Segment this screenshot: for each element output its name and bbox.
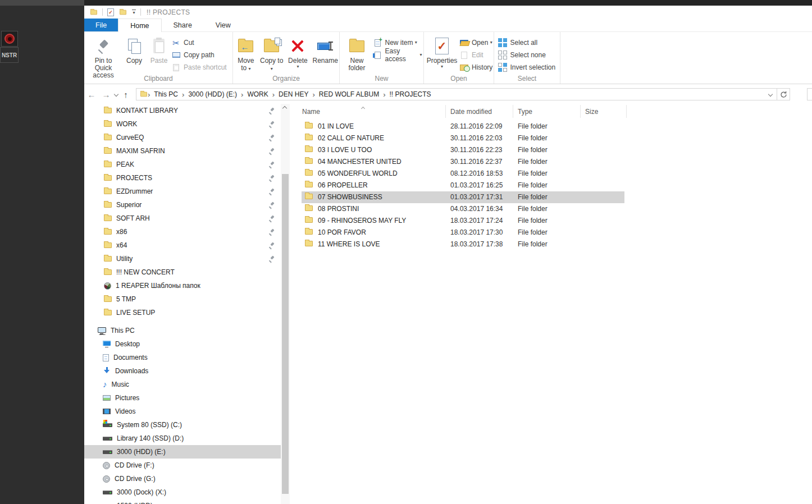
sidebar-item-x86[interactable]: x86 xyxy=(84,225,281,239)
sidebar-item-this-pc[interactable]: This PC xyxy=(84,324,281,337)
file-row-10[interactable]: 10 POR FAVOR 18.03.2017 17:30 File folde… xyxy=(302,227,624,239)
file-row-05[interactable]: 05 WONDERFUL WORLD 08.12.2016 18:53 File… xyxy=(302,168,624,180)
column-header-date-modified[interactable]: Date modified xyxy=(450,108,492,116)
sidebar-item-cd-drive-f[interactable]: CD Drive (F:) xyxy=(84,459,281,472)
ribbon-group-new: New folder New item ▾ Easy access ▾ New xyxy=(340,32,424,84)
cd-drive-icon xyxy=(103,475,110,483)
scrollbar-up-icon[interactable] xyxy=(282,106,287,111)
delete-button[interactable]: Delete ▾ xyxy=(285,35,312,71)
column-divider[interactable] xyxy=(513,105,513,118)
recent-locations-icon[interactable] xyxy=(114,92,118,97)
breadcrumb-red-wolf-album[interactable]: RED WOLF ALBUM xyxy=(315,90,383,98)
file-row-02[interactable]: 02 CALL OF NATURE 30.11.2016 22:03 File … xyxy=(302,132,624,144)
open-button[interactable]: Open ▾ xyxy=(459,36,493,49)
folder-icon xyxy=(104,296,112,302)
tab-share[interactable]: Share xyxy=(162,19,204,31)
file-row-11[interactable]: 11 WHERE IS LOVE 18.03.2017 17:38 File f… xyxy=(302,239,624,250)
sidebar-item-pictures[interactable]: Pictures xyxy=(84,391,281,405)
file-row-08[interactable]: 08 PROSTINI 04.03.2017 16:34 File folder xyxy=(302,203,624,215)
pin-to-quick-access-button[interactable]: Pin to Quick access xyxy=(85,35,122,81)
breadcrumb-projects[interactable]: !! PROJECTS xyxy=(385,90,435,98)
tab-home[interactable]: Home xyxy=(118,19,161,32)
qat-new-folder-icon[interactable] xyxy=(120,10,126,15)
column-header-name[interactable]: Name xyxy=(302,108,320,116)
file-row-09[interactable]: 09 - RHINOSEROS MAY FLY 18.03.2017 17:24… xyxy=(302,215,624,227)
sidebar-item-superior[interactable]: Superior xyxy=(84,198,281,212)
copy-path-button[interactable]: Copy path xyxy=(171,49,232,61)
sidebar-item-projects[interactable]: PROJECTS xyxy=(84,171,281,185)
edit-button[interactable]: Edit xyxy=(459,49,493,61)
sidebar-item-x64[interactable]: x64 xyxy=(84,239,281,252)
sidebar-item-reaper-templates[interactable]: 1 REAPER Шаблоны папок xyxy=(84,279,281,292)
address-bar[interactable]: › This PC › 3000 (HDD) (E:) › WORK › DEN… xyxy=(136,88,777,100)
easy-access-button[interactable]: Easy access ▾ xyxy=(373,49,422,61)
paste-shortcut-button[interactable]: Paste shortcut xyxy=(171,61,232,74)
main-area: KONTAKT LIBRARY WORK CurveEQ MAXIM SAFRI… xyxy=(84,104,812,504)
cut-button[interactable]: ✂ Cut xyxy=(171,36,232,49)
rename-button[interactable]: Rename xyxy=(311,35,339,66)
file-explorer-window: ✓ ▾ !! PROJECTS File Home Share View Pin… xyxy=(84,6,812,504)
address-dropdown-icon[interactable] xyxy=(768,92,773,97)
sidebar-item-documents[interactable]: Documents xyxy=(84,351,281,364)
history-button[interactable]: History xyxy=(459,61,493,74)
copy-button[interactable]: Copy xyxy=(122,35,147,66)
sidebar-item-maxim-safrin[interactable]: MAXIM SAFRIN xyxy=(84,144,281,158)
select-all-button[interactable]: Select all xyxy=(498,36,559,49)
column-divider[interactable] xyxy=(626,105,627,118)
picture-icon xyxy=(103,395,111,401)
column-divider[interactable] xyxy=(580,105,581,118)
file-row-03[interactable]: 03 I LOVE U TOO 30.11.2016 22:23 File fo… xyxy=(302,144,624,156)
sidebar-item-desktop[interactable]: Desktop xyxy=(84,337,281,351)
sidebar-item-work[interactable]: WORK xyxy=(84,117,281,131)
up-button[interactable]: ↑ xyxy=(119,90,133,99)
file-row-01[interactable]: 01 IN LOVE 28.11.2016 22:09 File folder xyxy=(302,121,624,132)
select-none-button[interactable]: Select none xyxy=(498,49,559,61)
properties-button[interactable]: ✓ Properties ▾ xyxy=(425,35,459,71)
sidebar-item-utility[interactable]: Utility xyxy=(84,252,281,265)
tab-view[interactable]: View xyxy=(204,19,243,31)
file-row-04[interactable]: 04 MANCHESTER UNITED 30.11.2016 22:37 Fi… xyxy=(302,156,624,168)
sidebar-item-5-tmp[interactable]: 5 TMP xyxy=(84,292,281,306)
paste-button[interactable]: Paste xyxy=(147,35,171,66)
record-button[interactable] xyxy=(1,31,18,47)
sidebar-item-peak[interactable]: PEAK xyxy=(84,158,281,171)
sidebar-scrollbar[interactable] xyxy=(281,104,290,504)
breadcrumb-den-hey[interactable]: DEN HEY xyxy=(275,90,312,98)
move-to-button[interactable]: ← Move to ▾ xyxy=(233,35,259,74)
breadcrumb-work[interactable]: WORK xyxy=(243,90,272,98)
sidebar-item-music[interactable]: ♪ Music xyxy=(84,378,281,391)
scrollbar-thumb[interactable] xyxy=(282,174,289,494)
search-input[interactable] xyxy=(807,88,812,100)
sidebar-item-downloads[interactable]: Downloads xyxy=(84,364,281,378)
back-button[interactable]: ← xyxy=(84,90,99,99)
qat-properties-icon[interactable]: ✓ xyxy=(107,8,114,16)
sidebar-item-drive-x[interactable]: 3000 (Dock) (X:) xyxy=(84,485,281,499)
sidebar-item-drive-e[interactable]: 3000 (HDD) (E:) xyxy=(84,445,281,459)
sidebar-item-soft-arh[interactable]: SOFT ARH xyxy=(84,212,281,225)
refresh-button[interactable] xyxy=(777,88,790,100)
sidebar-item-ezdrummer[interactable]: EZDrummer xyxy=(84,185,281,198)
sidebar-item-new-concert[interactable]: !!! NEW CONCERT xyxy=(84,265,281,279)
tab-file[interactable]: File xyxy=(84,19,118,31)
sidebar-item-drive-c[interactable]: System 80 (SSD) (C:) xyxy=(84,418,281,432)
copy-to-button[interactable]: Copy to ▾ xyxy=(259,35,285,74)
column-divider[interactable] xyxy=(445,105,446,118)
breadcrumb-drive[interactable]: 3000 (HDD) (E:) xyxy=(184,90,241,98)
qat-customize-icon[interactable]: ▾ xyxy=(132,10,136,15)
file-row-07-selected[interactable]: 07 SHOWBUSINESS 01.03.2017 17:31 File fo… xyxy=(302,191,624,203)
column-header-size[interactable]: Size xyxy=(585,108,598,116)
sidebar-item-cd-drive-g[interactable]: CD Drive (G:) xyxy=(84,472,281,485)
forward-button[interactable]: → xyxy=(99,90,113,99)
desktop-top-band xyxy=(0,0,812,6)
sidebar-item-kontakt-library[interactable]: KONTAKT LIBRARY xyxy=(84,104,281,117)
breadcrumb-this-pc[interactable]: This PC xyxy=(150,90,182,98)
file-row-06[interactable]: 06 PROPELLER 01.03.2017 16:25 File folde… xyxy=(302,180,624,191)
sidebar-item-drive-d[interactable]: Library 140 (SSD) (D:) xyxy=(84,432,281,445)
sidebar-item-live-setup[interactable]: LIVE SETUP xyxy=(84,306,281,319)
column-header-type[interactable]: Type xyxy=(518,108,532,116)
sidebar-item-curveeq[interactable]: CurveEQ xyxy=(84,131,281,144)
invert-selection-button[interactable]: Invert selection xyxy=(498,61,559,74)
sidebar-item-partial[interactable]: 1500 (HDD) xyxy=(84,499,281,504)
new-folder-button[interactable]: New folder xyxy=(341,35,373,74)
sidebar-item-videos[interactable]: Videos xyxy=(84,405,281,418)
